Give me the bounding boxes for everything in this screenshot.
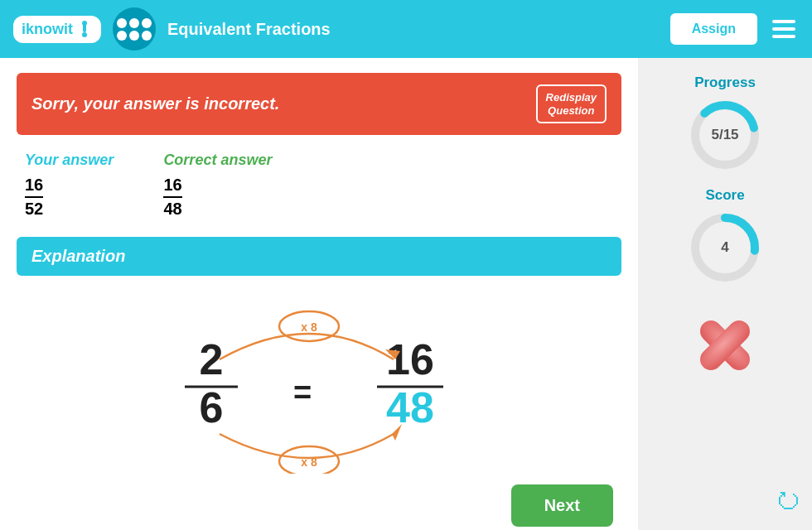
your-answer-denominator: 52 bbox=[25, 198, 43, 219]
menu-button[interactable] bbox=[769, 17, 799, 41]
progress-label: Progress bbox=[694, 75, 756, 91]
nav-icon-row: ⭮ bbox=[776, 485, 800, 513]
correct-answer-denominator: 48 bbox=[163, 198, 181, 219]
svg-text:=: = bbox=[293, 375, 312, 410]
main-layout: Sorry, your answer is incorrect. Redispl… bbox=[0, 58, 812, 530]
logo: iknowit bbox=[13, 16, 101, 43]
progress-section: Progress 5/15 bbox=[688, 75, 762, 172]
progress-ring: 5/15 bbox=[688, 98, 762, 172]
redisplay-button[interactable]: RedisplayQuestion bbox=[536, 84, 607, 123]
your-answer-numerator: 16 bbox=[25, 176, 43, 198]
activity-icon bbox=[113, 7, 156, 51]
dots-grid bbox=[117, 18, 152, 41]
your-answer-col: Your answer 16 52 bbox=[25, 152, 114, 219]
svg-text:48: 48 bbox=[386, 383, 434, 431]
score-label: Score bbox=[705, 187, 744, 204]
score-text: 4 bbox=[721, 239, 728, 256]
incorrect-text: Sorry, your answer is incorrect. bbox=[31, 94, 279, 113]
header: iknowit Equivalent Fractions Assign bbox=[0, 0, 812, 58]
explanation-label: Explanation bbox=[31, 247, 125, 265]
forward-icon[interactable]: ⭮ bbox=[776, 485, 800, 513]
svg-text:x 8: x 8 bbox=[301, 320, 317, 334]
score-section: Score 4 bbox=[688, 187, 762, 285]
fraction-diagram: 2 6 = 16 48 x 8 x 8 bbox=[128, 300, 510, 474]
next-button[interactable]: Next bbox=[511, 484, 613, 527]
incorrect-banner: Sorry, your answer is incorrect. Redispl… bbox=[17, 73, 621, 135]
menu-icon-line bbox=[772, 27, 795, 31]
assign-button[interactable]: Assign bbox=[670, 13, 757, 45]
svg-text:6: 6 bbox=[200, 383, 224, 431]
diagram-area: 2 6 = 16 48 x 8 x 8 bbox=[17, 296, 621, 478]
svg-point-0 bbox=[82, 32, 87, 37]
left-panel: Sorry, your answer is incorrect. Redispl… bbox=[0, 58, 638, 530]
your-answer-label: Your answer bbox=[25, 152, 114, 169]
explanation-bar: Explanation bbox=[17, 237, 621, 276]
your-answer-fraction: 16 52 bbox=[25, 176, 43, 219]
incorrect-mark bbox=[679, 300, 771, 394]
svg-text:x 8: x 8 bbox=[301, 455, 317, 469]
correct-answer-label: Correct answer bbox=[163, 152, 272, 169]
svg-point-2 bbox=[82, 21, 87, 26]
score-ring: 4 bbox=[688, 210, 762, 285]
progress-text: 5/15 bbox=[711, 127, 738, 143]
right-sidebar: Progress 5/15 Score 4 bbox=[638, 58, 812, 530]
correct-answer-numerator: 16 bbox=[163, 176, 181, 198]
answer-row: Your answer 16 52 Correct answer 16 48 bbox=[17, 152, 621, 219]
page-title: Equivalent Fractions bbox=[167, 20, 659, 39]
logo-icon bbox=[76, 21, 93, 37]
next-button-row: Next bbox=[17, 484, 621, 527]
menu-icon-line bbox=[772, 35, 795, 38]
menu-icon-line bbox=[772, 20, 795, 23]
correct-answer-col: Correct answer 16 48 bbox=[163, 152, 272, 219]
correct-answer-fraction: 16 48 bbox=[163, 176, 181, 219]
logo-text: iknowit bbox=[22, 21, 73, 38]
